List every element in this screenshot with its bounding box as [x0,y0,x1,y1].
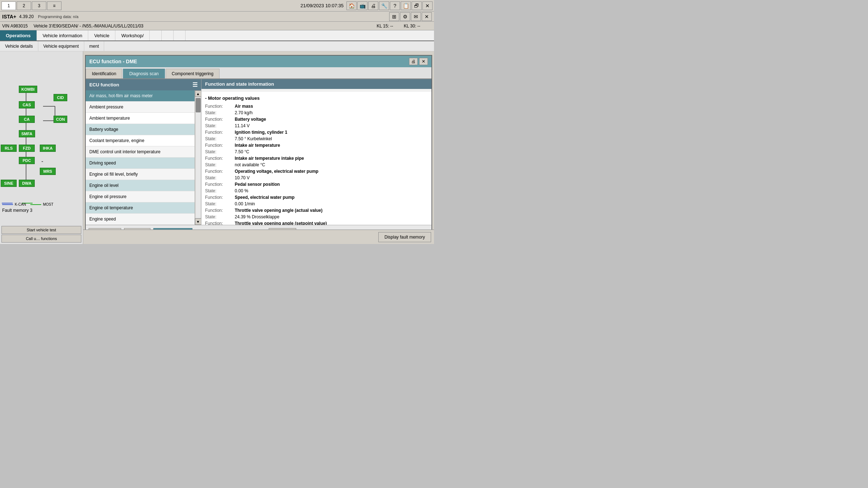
info-state-row-5: State: 10.70 V [205,175,428,180]
info-state-label-2: State: [205,136,234,141]
datetime: 21/09/2023 10:07:35 [301,3,344,8]
second-bar: ISTA+ 4.39.20 Programming data: n/a ⊞ ⚙ … [0,12,434,22]
nav-vehicle-info[interactable]: Vehicle information [37,30,89,40]
node-kombi[interactable]: KOMBI [19,86,37,93]
tab-diagnosis-scan[interactable]: Diagnosis scan [123,69,165,78]
modal-header-icons: 🖨 ✕ [409,58,428,65]
info-label-6: Function: [205,182,234,187]
ecu-item-driving-speed[interactable]: Driving speed [86,158,195,169]
start-vehicle-test-btn[interactable]: Start vehicle test [1,226,81,234]
info-value-func-2: Ignition timing, cylinder 1 [235,130,428,135]
scroll-track[interactable] [195,97,201,218]
info-state-label-0: State: [205,110,234,115]
info-value-func-3: Intake air temperature [235,143,428,148]
modal-print-btn[interactable]: 🖨 [409,58,418,65]
ecu-list: Air mass, hot-film air mass meter Ambien… [86,90,195,225]
grid-icon-btn[interactable]: ⊞ [389,12,399,21]
tab-component-triggering[interactable]: Component triggering [166,69,220,78]
tab-identification[interactable]: Identification [86,69,122,78]
info-state-val-3: 7.50 °C [235,149,428,154]
main-nav: Operations Vehicle information Vehicle W… [0,30,434,41]
ecu-item-battery-voltage[interactable]: Battery voltage [86,124,195,135]
info-row-0: Function: Air mass [205,104,428,109]
info-state-row-7: State: 0.00 1/min [205,201,428,206]
ecu-item-ambient-temp[interactable]: Ambient temperature [86,113,195,124]
sub-nav-vehicle-equipment[interactable]: Vehicle equipment [38,41,84,51]
second-icons: ⊞ ⚙ ✉ ✕ [389,12,432,21]
call-functions-btn[interactable]: Call u… functions [1,235,81,243]
node-fzd[interactable]: FZD [19,145,35,152]
info-row-6: Function: Pedal sensor position [205,182,428,187]
ecu-list-scrollbar[interactable]: ▲ ▼ [195,90,201,225]
display-fault-memory-btn[interactable]: Display fault memory [378,232,431,242]
sidebar-action-btns: Start vehicle test Call u… functions [0,224,83,244]
sub-nav: Vehicle details Vehicle equipment ment [0,41,434,51]
monitor-icon-btn[interactable]: 📺 [357,1,367,10]
info-state-row-1: State: 11.14 V [205,123,428,128]
sub-nav-vehicle-details[interactable]: Vehicle details [0,41,38,51]
ecu-item-ambient-pressure[interactable]: Ambient pressure [86,102,195,113]
info-row-1: Function: Battery voltage [205,117,428,122]
tools-icon-btn[interactable]: 🔧 [379,1,389,10]
scroll-thumb[interactable] [196,98,201,112]
nav-operations[interactable]: Operations [0,30,37,40]
help-icon-btn[interactable]: ? [390,1,400,10]
node-smfa[interactable]: SMFA [19,130,35,137]
most-legend: MOST [30,202,54,206]
tab-1[interactable]: 1 [1,1,16,10]
info-state-row-2: State: 7.50 ° Kurbelwinkel [205,136,428,141]
close-second-btn[interactable]: ✕ [422,12,432,21]
scroll-down-btn[interactable]: ▼ [195,218,201,225]
info-state-label-7: State: [205,201,234,206]
info-label-0: Function: [205,104,234,109]
info-state-val-1: 11.14 V [235,123,428,128]
node-con[interactable]: CON [54,116,67,123]
ecu-item-dme-interior[interactable]: DME control unit interior temperature [86,146,195,158]
restore-icon-btn[interactable]: 🗗 [412,1,422,10]
info-value-func-4: Intake air temperature intake pipe [235,156,428,161]
info-row-9: Function: Throttle valve opening angle (… [205,221,428,225]
settings-icon-btn[interactable]: ⚙ [400,12,410,21]
node-pdc[interactable]: PDC [19,157,35,164]
node-rls[interactable]: RLS [1,145,17,152]
modal-close-btn[interactable]: ✕ [419,58,428,65]
print-icon-btn[interactable]: 🖨 [368,1,378,10]
tab-list[interactable]: ≡ [47,1,61,10]
legend: K-CAN MOST [2,202,81,206]
vehicle-info: Vehicle 3'/E90/SEDAN/ - /N55,-/MANUAL/US… [34,23,144,29]
clipboard-icon-btn[interactable]: 📋 [401,1,411,10]
tab-3[interactable]: 3 [32,1,46,10]
info-value-func-0: Air mass [235,104,428,109]
node-mrs[interactable]: MRS [40,168,56,175]
scroll-up-btn[interactable]: ▲ [195,90,201,97]
ecu-item-engine-speed[interactable]: Engine speed [86,214,195,225]
ecu-item-oil-temp[interactable]: Engine oil temperature [86,202,195,214]
node-sine[interactable]: SINE [1,180,17,187]
node-dwa[interactable]: DWA [19,180,35,187]
nav-workshop[interactable]: Workshop/ [115,30,150,40]
ecu-item-oil-level[interactable]: Engine oil level [86,180,195,191]
nav-6[interactable] [174,30,186,40]
node-cid[interactable]: CID [54,94,67,101]
ecu-item-oil-fill[interactable]: Engine oil fill level, briefly [86,169,195,180]
ecu-item-coolant-temp[interactable]: Coolant temperature, engine [86,135,195,146]
node-cas[interactable]: CAS [19,101,35,108]
home-icon-btn[interactable]: 🏠 [346,1,357,10]
info-state-row-8: State: 24.39 % Drosselklappe [205,214,428,219]
kl-info: KL 15: -- KL 30: -- [377,23,426,29]
node-ca[interactable]: CA [19,116,35,123]
close-top-btn[interactable]: ✕ [422,1,433,10]
info-state-val-0: 2.70 kg/h [235,110,428,115]
node-ihka[interactable]: IHKA [40,145,56,152]
nav-vehicle[interactable]: Vehicle [88,30,115,40]
sub-nav-ment[interactable]: ment [84,41,105,51]
ecu-item-air-mass[interactable]: Air mass, hot-film air mass meter [86,90,195,102]
tab-2[interactable]: 2 [17,1,31,10]
nav-4[interactable] [150,30,162,40]
modal-header: ECU function - DME 🖨 ✕ [86,56,431,67]
prog-data: Programming data: n/a [38,14,78,19]
info-label-9: Function: [205,221,234,225]
ecu-item-oil-pressure[interactable]: Engine oil pressure [86,191,195,202]
nav-5[interactable] [162,30,174,40]
email-icon-btn[interactable]: ✉ [411,12,421,21]
